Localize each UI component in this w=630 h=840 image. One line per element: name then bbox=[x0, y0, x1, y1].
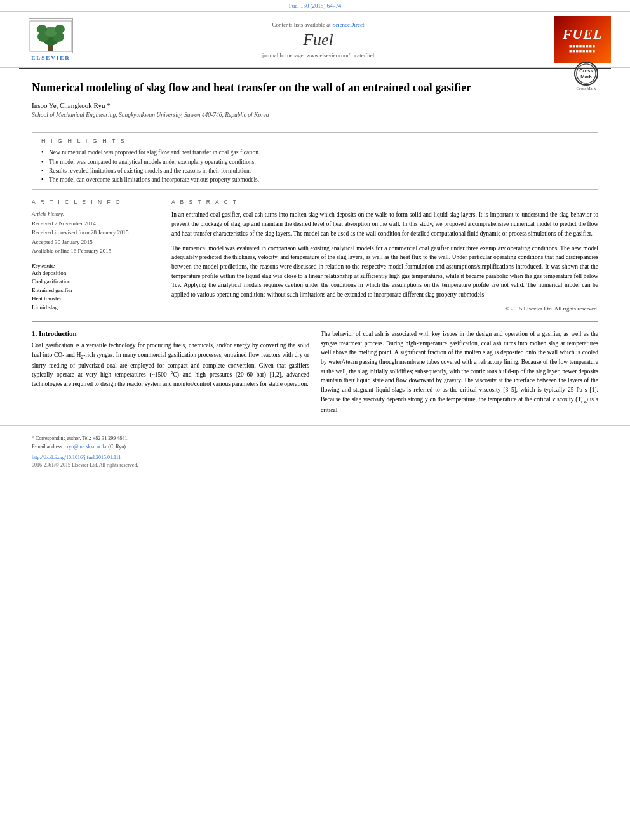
fuel-logo: FUEL ■■■■■■■■ ■■■■■■■■ bbox=[554, 16, 611, 63]
available-online-date: Available online 16 February 2015 bbox=[32, 246, 160, 255]
fuel-logo-text: FUEL bbox=[563, 26, 603, 43]
intro-right-para-1: The behavior of coal ash is associated w… bbox=[321, 330, 598, 415]
list-item: The model was compared to analytical mod… bbox=[41, 157, 589, 166]
sciencedirect-link[interactable]: ScienceDirect bbox=[332, 22, 364, 28]
abstract-col: A B S T R A C T In an entrained coal gas… bbox=[171, 199, 598, 313]
elsevier-logo: ELSEVIER bbox=[19, 18, 83, 61]
affiliation: School of Mechanical Engineering, Sungky… bbox=[32, 112, 598, 118]
keyword-4: Heat transfer bbox=[32, 295, 160, 303]
elsevier-text: ELSEVIER bbox=[31, 55, 70, 61]
email-suffix: (C. Ryu). bbox=[108, 444, 127, 450]
svg-text:Mark: Mark bbox=[580, 74, 592, 79]
article-title: Numerical modeling of slag flow and heat… bbox=[32, 81, 514, 95]
article-header: Numerical modeling of slag flow and heat… bbox=[0, 69, 630, 132]
highlights-section: H I G H L I G H T S New numerical model … bbox=[32, 132, 598, 190]
keyword-2: Coal gasification bbox=[32, 277, 160, 286]
crossmark-icon: Cross Mark bbox=[574, 62, 598, 86]
list-item: New numerical model was proposed for sla… bbox=[41, 148, 589, 157]
authors-text: Insoo Ye, Changkook Ryu * bbox=[32, 102, 111, 109]
keywords-block: Keywords: Ash deposition Coal gasificati… bbox=[32, 262, 160, 312]
intro-left-text: Coal gasification is a versatile technol… bbox=[32, 341, 309, 389]
keyword-3: Entrained gasifier bbox=[32, 286, 160, 295]
journal-title: Fuel bbox=[95, 30, 541, 50]
crossmark: Cross Mark CrossMark bbox=[574, 62, 598, 91]
layers-word: layers bbox=[568, 377, 582, 383]
journal-homepage-text: journal homepage: www.elsevier.com/locat… bbox=[262, 52, 374, 58]
body-left-col: 1. Introduction Coal gasification is a v… bbox=[32, 330, 309, 419]
footnote-email: E-mail address: cryu@me.skku.ac.kr (C. R… bbox=[32, 443, 598, 451]
elsevier-tree-graphic bbox=[29, 18, 73, 53]
svg-point-6 bbox=[55, 25, 65, 34]
intro-right-text: The behavior of coal ash is associated w… bbox=[321, 330, 598, 415]
page-wrapper: Fuel 150 (2015) 64–74 ELSEVIER bbox=[0, 0, 630, 840]
keywords-label: Keywords: bbox=[32, 263, 55, 269]
header-banner: ELSEVIER Contents lists available at Sci… bbox=[0, 11, 630, 68]
received-date: Received 7 November 2014 bbox=[32, 219, 160, 228]
article-history-label: Article history: bbox=[32, 210, 160, 219]
page-footer: * Corresponding author. Tel.: +82 31 299… bbox=[0, 425, 630, 474]
header-center: Contents lists available at ScienceDirec… bbox=[83, 21, 554, 58]
section-divider bbox=[32, 321, 598, 322]
received-revised-date: Received in revised form 28 January 2015 bbox=[32, 228, 160, 237]
article-info-col: A R T I C L E I N F O Article history: R… bbox=[32, 199, 171, 313]
body-section: 1. Introduction Coal gasification is a v… bbox=[0, 330, 630, 419]
intro-para-1: Coal gasification is a versatile technol… bbox=[32, 341, 309, 389]
list-item: The model can overcome such limitations … bbox=[41, 175, 589, 184]
journal-homepage: journal homepage: www.elsevier.com/locat… bbox=[95, 52, 541, 58]
sciencedirect-label: Contents lists available at ScienceDirec… bbox=[95, 21, 541, 28]
section1-heading: 1. Introduction bbox=[32, 330, 309, 337]
highlights-label: H I G H L I G H T S bbox=[41, 138, 589, 144]
abstract-para-1: In an entrained coal gasifier, coal ash … bbox=[171, 210, 598, 238]
article-info-label: A R T I C L E I N F O bbox=[32, 199, 160, 205]
journal-ref-text: Fuel 150 (2015) 64–74 bbox=[289, 3, 342, 9]
svg-point-5 bbox=[37, 25, 47, 34]
keyword-5: Liquid slag bbox=[32, 303, 160, 312]
footer-links: http://dx.doi.org/10.1016/j.fuel.2015.01… bbox=[32, 455, 598, 460]
journal-ref: Fuel 150 (2015) 64–74 bbox=[0, 0, 630, 11]
body-right-col: The behavior of coal ash is associated w… bbox=[321, 330, 598, 419]
accepted-date: Accepted 30 January 2015 bbox=[32, 237, 160, 246]
highlights-list: New numerical model was proposed for sla… bbox=[41, 148, 589, 184]
email-link[interactable]: cryu@me.skku.ac.kr bbox=[65, 444, 107, 450]
abstract-label: A B S T R A C T bbox=[171, 199, 598, 205]
abstract-text: In an entrained coal gasifier, coal ash … bbox=[171, 210, 598, 313]
email-label: E-mail address: bbox=[32, 444, 64, 450]
copyright: © 2015 Elsevier Ltd. All rights reserved… bbox=[171, 305, 598, 314]
article-info-abstract: A R T I C L E I N F O Article history: R… bbox=[0, 199, 630, 313]
keyword-1: Ash deposition bbox=[32, 269, 160, 278]
doi-link[interactable]: http://dx.doi.org/10.1016/j.fuel.2015.01… bbox=[32, 455, 121, 460]
crossmark-label: CrossMark bbox=[574, 86, 598, 91]
footnote-corresponding: * Corresponding author. Tel.: +82 31 299… bbox=[32, 435, 598, 443]
authors: Insoo Ye, Changkook Ryu * bbox=[32, 102, 598, 109]
article-info-block: Article history: Received 7 November 201… bbox=[32, 210, 160, 255]
list-item: Results revealed limitations of existing… bbox=[41, 166, 589, 175]
footer-copyright: 0016-2361/© 2015 Elsevier Ltd. All right… bbox=[32, 462, 598, 468]
footnote-corresponding-text: * Corresponding author. Tel.: +82 31 299… bbox=[32, 436, 128, 441]
abstract-para-2: The numerical model was evaluated in com… bbox=[171, 244, 598, 300]
